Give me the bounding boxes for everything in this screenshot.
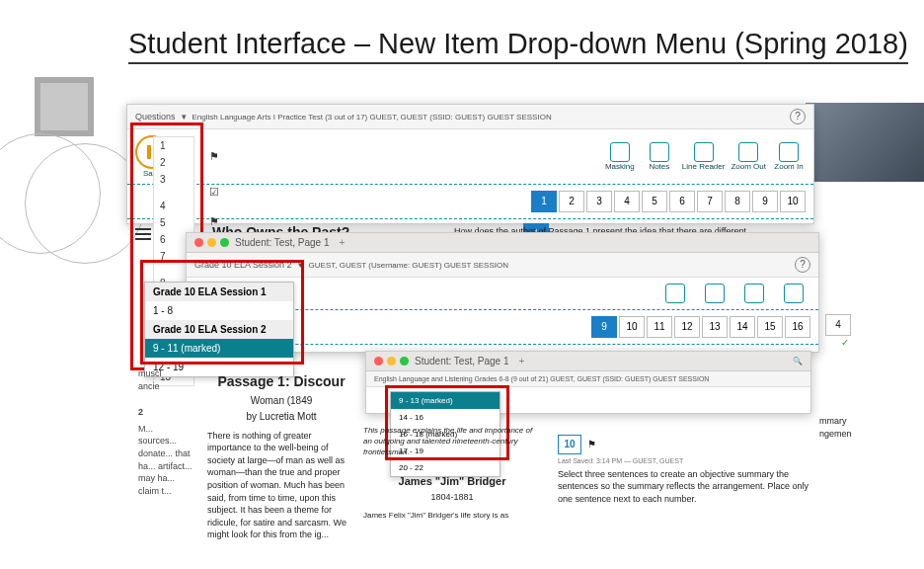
notes-button[interactable]: Notes <box>643 142 676 171</box>
new-tab-icon[interactable]: + <box>339 237 345 248</box>
zoom-out-button[interactable] <box>737 284 771 303</box>
pager-item[interactable]: 4 <box>614 191 640 212</box>
breadcrumb: English Language and Listening Grades 6-… <box>374 375 709 382</box>
mac-titlebar: Student: Test, Page 1 + <box>187 233 818 253</box>
checkbox-icon[interactable]: ☑ <box>209 186 219 199</box>
masking-button[interactable]: Masking <box>603 142 637 171</box>
questions-dropdown[interactable]: Questions <box>135 112 176 122</box>
pager-item[interactable]: 14 <box>730 316 755 338</box>
dropdown-header: Grade 10 ELA Session 1 <box>145 283 293 301</box>
test2-topbar: Grade 10 ELA Session 2 ▾ GUEST, GUEST (U… <box>187 253 818 278</box>
q10-block: 10 ⚑ Last Saved: 3:14 PM — GUEST, GUEST … <box>558 435 814 506</box>
pager-item[interactable]: 15 <box>757 316 783 338</box>
help-icon[interactable]: ? <box>790 109 806 124</box>
context-label[interactable]: Grade 10 ELA Session 2 <box>194 260 292 270</box>
breadcrumb: GUEST, GUEST (Username: GUEST) GUEST SES… <box>309 261 508 270</box>
notes-button[interactable] <box>658 284 692 303</box>
line-reader-button[interactable]: Line Reader <box>682 142 726 171</box>
flag-icon[interactable]: ⚑ <box>587 438 596 451</box>
slide-deco-square <box>35 77 94 136</box>
question-number: 10 <box>558 435 581 454</box>
pager-item[interactable]: 9 <box>591 316 617 338</box>
q10-prompt: Select three sentences to create an obje… <box>558 468 814 506</box>
hamburger-icon[interactable] <box>135 228 151 240</box>
mac-titlebar: Student: Test, Page 1 + 🔍 <box>366 352 810 371</box>
pager-item[interactable]: 16 <box>785 316 810 338</box>
slide-title: Student Interface – New Item Drop-down M… <box>128 28 908 64</box>
last-saved: Last Saved: 3:14 PM — GUEST, GUEST <box>558 456 814 466</box>
pager-item[interactable]: 13 <box>702 316 728 338</box>
sidebar-item[interactable]: 3 <box>154 171 193 188</box>
breadcrumb: English Language Arts I Practice Test (3… <box>192 113 552 122</box>
check-icon: ✓ <box>825 336 865 350</box>
slide-title-area: Student Interface – New Item Drop-down M… <box>0 0 924 64</box>
pager-item[interactable]: 3 <box>586 191 612 212</box>
help-icon[interactable]: ? <box>795 257 810 273</box>
passage1-block: Passage 1: Discour Woman (1849 by Lucret… <box>207 370 355 541</box>
pager-item[interactable]: 6 <box>669 191 695 212</box>
sidebar-item[interactable]: 5 <box>154 214 193 231</box>
line-reader-button[interactable] <box>698 284 732 303</box>
left-text-fragment: muscl ancie 2 M... sources... donate... … <box>138 367 192 497</box>
test1-topbar: Questions ▾ English Language Arts I Prac… <box>127 105 813 129</box>
new-tab-icon[interactable]: + <box>518 356 524 366</box>
bridger-block: James "Jim" Bridger 1804-1881 James Feli… <box>363 472 541 521</box>
right-text-fragment: mmary ngemen <box>819 415 852 440</box>
zoom-out-button[interactable]: Zoom Out <box>731 142 766 171</box>
zoom-in-button[interactable] <box>777 284 810 303</box>
dropdown-item[interactable]: 14 - 16 <box>391 409 500 426</box>
zoom-in-button[interactable]: Zoom In <box>772 142 806 171</box>
mac-traffic-lights[interactable] <box>374 357 409 366</box>
pager-item[interactable]: 10 <box>780 191 806 212</box>
test1-toolbar: Save Masking Notes Line Reader Zoom Out … <box>127 129 813 185</box>
test3-topbar: English Language and Listening Grades 6-… <box>366 371 810 387</box>
sidebar-item[interactable]: 2 <box>154 154 193 171</box>
sidebar-item[interactable]: 1 <box>154 137 193 154</box>
dropdown-item[interactable]: 1 - 8 <box>145 301 293 320</box>
extra-page-cell: 4 ✓ <box>825 314 865 350</box>
dropdown-item-selected[interactable]: 9 - 13 (marked) <box>391 392 500 409</box>
flag-icon: ⚑ <box>209 150 219 163</box>
pager-item[interactable]: 9 <box>752 191 778 212</box>
flag-icon: ⚑ <box>209 215 219 228</box>
video-thumb-clouds <box>806 103 924 182</box>
pager-item[interactable]: 7 <box>697 191 723 212</box>
dropdown-item-selected[interactable]: 9 - 11 (marked) <box>145 339 293 358</box>
mac-traffic-lights[interactable] <box>194 238 229 247</box>
item-dropdown-menu: Grade 10 ELA Session 1 1 - 8 Grade 10 EL… <box>144 282 294 377</box>
test1-pager-row1: 1 2 3 4 5 6 7 8 9 10 <box>127 185 813 219</box>
pager-item[interactable]: 11 <box>647 316 672 338</box>
dropdown-header: Grade 10 ELA Session 2 <box>145 320 293 339</box>
pager-item[interactable]: 2 <box>559 191 584 212</box>
test-window-1: Questions ▾ English Language Arts I Prac… <box>126 104 814 224</box>
tab-title[interactable]: Student: Test, Page 1 <box>235 237 329 248</box>
passage-note: This passage explains the life and impor… <box>363 425 541 458</box>
pager-item[interactable]: 5 <box>642 191 667 212</box>
sidebar-item[interactable]: 4 <box>154 198 193 214</box>
pager-item[interactable]: 12 <box>674 316 700 338</box>
pager-item[interactable]: 10 <box>619 316 645 338</box>
pager-item[interactable]: 1 <box>531 191 557 212</box>
pager-item[interactable]: 8 <box>725 191 750 212</box>
tab-title[interactable]: Student: Test, Page 1 <box>415 356 508 366</box>
pager-item[interactable]: 4 <box>825 314 851 336</box>
